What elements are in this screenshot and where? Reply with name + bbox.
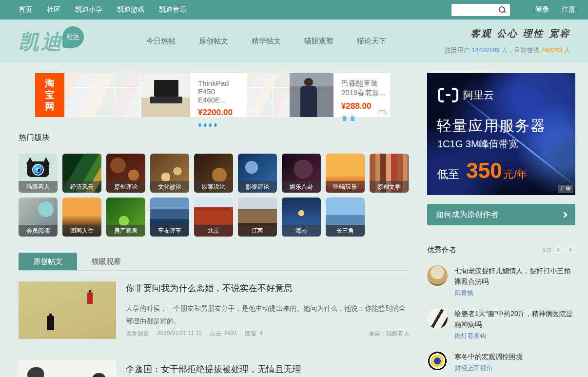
- tile-yangtze-delta[interactable]: 长三角: [326, 198, 365, 237]
- post-title-1[interactable]: 你非要问我为什么离婚，不说实在不好意思: [126, 282, 410, 294]
- site-header: 凯迪 社区 今日热帖 原创帖文 精华帖文 猫眼观察 猫论天下 客观 公心 理性 …: [0, 20, 588, 62]
- tile-picture-life[interactable]: 图画人生: [62, 198, 101, 237]
- topnav-kdmusic[interactable]: 凯迪音乐: [159, 5, 186, 14]
- post-item-1: 你非要问我为什么离婚，不说实在不好意思 大学的时候，一个朋友和男朋友分手，是他主…: [19, 281, 410, 339]
- hot-sections-title: 热门版块: [19, 133, 410, 143]
- tile-law-cases[interactable]: 以案说法: [194, 154, 233, 193]
- authors-next-button[interactable]: [566, 245, 575, 255]
- product-title-1: ThinkPad E450 E460E...: [198, 79, 243, 104]
- author-name-3[interactable]: 财经上帝视角: [454, 364, 574, 373]
- author-item-2: 给患者1天“服”中药20斤，精神病医院是精神病吗 挑灯看吴钩: [427, 308, 575, 340]
- aliyun-logo-icon: [438, 88, 458, 102]
- nav-cats-eye[interactable]: 猫眼观察: [304, 37, 333, 46]
- topnav-kdgames[interactable]: 凯迪游戏: [117, 5, 144, 14]
- tile-beijing[interactable]: 北京: [194, 198, 233, 237]
- product-price-1: ¥2200.00: [198, 108, 243, 118]
- nav-today-hot[interactable]: 今日热帖: [146, 37, 176, 46]
- post-meta-1: 老鱼制造 2019/07/21 11:11 点击 2431 回复 4 来自：猫眼…: [126, 330, 410, 338]
- post-author: 老鱼制造: [126, 330, 149, 338]
- post-clicks-label: 点击: [210, 330, 221, 338]
- site-stats: 注册用户 14488199 人，目前在线 260293 人: [444, 46, 570, 55]
- logo-text: 凯迪: [19, 28, 63, 56]
- taobao-logo-text: 淘宝网: [44, 78, 55, 113]
- tab-original-posts[interactable]: 原创帖文: [19, 253, 77, 270]
- product-collage-1: [64, 73, 141, 117]
- tile-original-reviews[interactable]: 原创评论: [106, 154, 145, 193]
- logo-badge: 社区: [62, 26, 84, 48]
- ad-tag: 广告: [378, 109, 389, 116]
- author-name-1[interactable]: 风青杨: [454, 289, 574, 298]
- author-name-2[interactable]: 挑灯看吴钩: [454, 332, 574, 340]
- header-nav: 今日热帖 原创帖文 精华帖文 猫眼观察 猫论天下: [146, 20, 410, 62]
- post-thumbnail-2[interactable]: [19, 360, 116, 377]
- authors-prev-button[interactable]: [553, 245, 563, 255]
- tile-economy[interactable]: 经济风云: [62, 154, 101, 193]
- become-author-button[interactable]: 如何成为原创作者: [427, 204, 575, 225]
- tile-cats-eye[interactable]: 猫眼看人: [19, 154, 58, 193]
- author-avatar-1[interactable]: [427, 265, 448, 286]
- author-avatar-3[interactable]: [427, 351, 448, 372]
- stats-prefix: 注册用户: [444, 46, 470, 54]
- tile-culture[interactable]: 文化散论: [150, 154, 189, 193]
- register-link[interactable]: 注册: [562, 5, 575, 14]
- tab-cats-eye[interactable]: 猫眼观察: [77, 253, 136, 270]
- laptop-product-image: [141, 73, 190, 117]
- tile-hainan[interactable]: 海南: [282, 198, 321, 237]
- post-excerpt-1: 大学的时候，一个朋友和男朋友分手，是他主动提出来的。她问为什么，他说：你能想到的…: [126, 302, 410, 327]
- tile-film-reviews[interactable]: 影视评论: [238, 154, 277, 193]
- ad-headline: 轻量应用服务器: [437, 116, 546, 136]
- stats-suffix: 人: [564, 46, 570, 54]
- ad-specs: 1C1G 3M峰值带宽: [437, 138, 518, 151]
- hot-sections-grid: 猫眼看人 经济风云 原创评论 文化散论 以案说法 影视评论 娱乐八卦 吃喝玩乐 …: [19, 154, 409, 237]
- nav-original-posts[interactable]: 原创帖文: [199, 37, 228, 46]
- ad-price-prefix: 低至: [437, 167, 459, 182]
- post-list-tabs: 原创帖文 猫眼观察: [19, 253, 410, 271]
- post-item-2: 李蓬国：女干部拒绝提拔被处理，无情且无理: [19, 360, 410, 377]
- author-item-1: 七旬老汉捉奸儿媳情人，捉奸打小三拍裸照合法吗 风青杨: [427, 265, 575, 298]
- post-replies-count: 4: [259, 330, 263, 338]
- taobao-ad-banner[interactable]: 淘宝网 ThinkPad E450 E460E... ¥2200.00 ♦♦♦♦…: [35, 73, 390, 117]
- post-time: 2019/07/21 11:11: [157, 330, 202, 338]
- nav-cat-talk[interactable]: 猫论天下: [357, 37, 386, 46]
- tile-member-reading[interactable]: 会员阅读: [19, 198, 58, 237]
- top-bar: 首页 社区 凯迪小学 凯迪游戏 凯迪音乐 登录 注册: [0, 0, 588, 20]
- cat-eye-logo-icon: [27, 161, 49, 177]
- login-link[interactable]: 登录: [535, 5, 549, 14]
- author-post-title-2[interactable]: 给患者1天“服”中药20斤，精神病医院是精神病吗: [454, 308, 574, 330]
- tile-original-literature[interactable]: 原创文学: [370, 154, 409, 193]
- post-thumbnail-1[interactable]: [19, 281, 116, 339]
- product-info-1: ThinkPad E450 E460E... ¥2200.00 ♦♦♦♦: [190, 73, 247, 117]
- ad-tag: 广告: [558, 185, 573, 193]
- tile-car-reviews[interactable]: 车友评车: [150, 198, 189, 237]
- stats-mid: 人，目前在线: [501, 46, 539, 54]
- aliyun-ad[interactable]: 阿里云 轻量应用服务器 1C1G 3M峰值带宽 低至 350 元/年 广告: [427, 73, 575, 195]
- site-logo[interactable]: 凯迪 社区: [19, 28, 84, 56]
- kidswear-product-image: [290, 73, 333, 117]
- ad-price-unit: 元/年: [503, 167, 527, 182]
- search-box[interactable]: [451, 4, 510, 16]
- product-title-2: 巴森能童装2019春装新...: [341, 79, 386, 98]
- authors-page-indicator: 1/3: [542, 246, 551, 254]
- post-replies-label: 回复: [245, 330, 256, 338]
- author-post-title-3[interactable]: 寒冬中的宏观调控困境: [454, 351, 574, 362]
- tile-entertainment-gossip[interactable]: 娱乐八卦: [282, 154, 321, 193]
- topnav-kdschool[interactable]: 凯迪小学: [75, 5, 102, 14]
- author-avatar-2[interactable]: [427, 308, 448, 329]
- post-origin-board[interactable]: 来自：猫眼看人: [369, 330, 410, 338]
- post-title-2[interactable]: 李蓬国：女干部拒绝提拔被处理，无情且无理: [126, 363, 410, 375]
- post-clicks-count: 2431: [224, 330, 237, 338]
- taobao-logo-block: 淘宝网: [35, 73, 64, 117]
- tile-real-estate-home[interactable]: 房产家居: [106, 198, 145, 237]
- topnav-community[interactable]: 社区: [47, 5, 60, 14]
- featured-authors-title: 优秀作者: [427, 245, 456, 255]
- product-collage-2: [247, 73, 290, 117]
- tile-food-fun[interactable]: 吃喝玩乐: [326, 154, 365, 193]
- topnav-home[interactable]: 首页: [19, 5, 32, 14]
- aliyun-brand-name: 阿里云: [463, 88, 494, 102]
- author-post-title-1[interactable]: 七旬老汉捉奸儿媳情人，捉奸打小三拍裸照合法吗: [454, 265, 574, 287]
- search-icon[interactable]: [498, 6, 506, 14]
- seller-rating-diamonds-icon: ♦♦♦♦: [198, 120, 243, 129]
- tile-jiangxi[interactable]: 江西: [238, 198, 277, 237]
- search-input[interactable]: [454, 5, 498, 15]
- nav-featured-posts[interactable]: 精华帖文: [252, 37, 281, 46]
